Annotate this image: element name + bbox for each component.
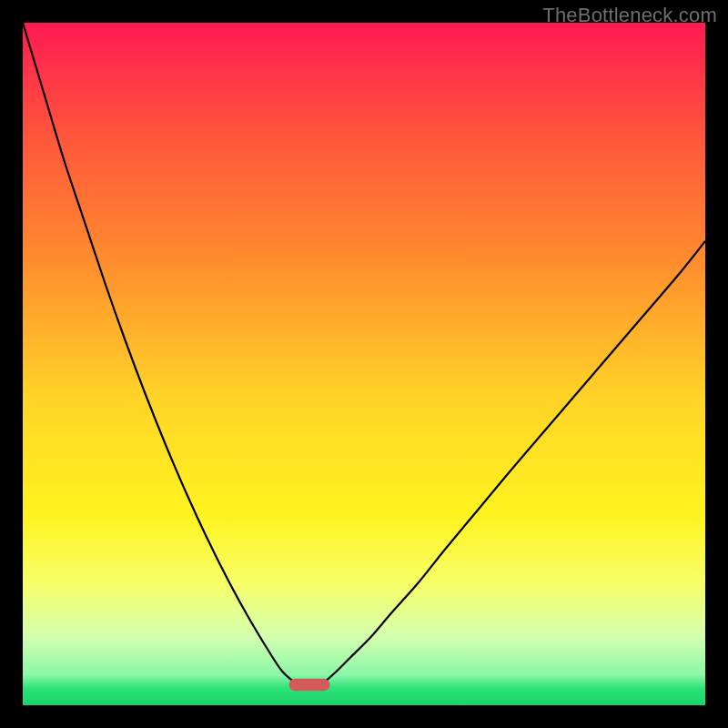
plot-area bbox=[23, 23, 705, 705]
watermark-text: TheBottleneck.com bbox=[542, 4, 717, 27]
chart-canvas bbox=[23, 23, 705, 705]
outer-frame: TheBottleneck.com bbox=[0, 0, 728, 728]
optimal-zone bbox=[289, 679, 330, 692]
marker-group bbox=[289, 679, 330, 692]
